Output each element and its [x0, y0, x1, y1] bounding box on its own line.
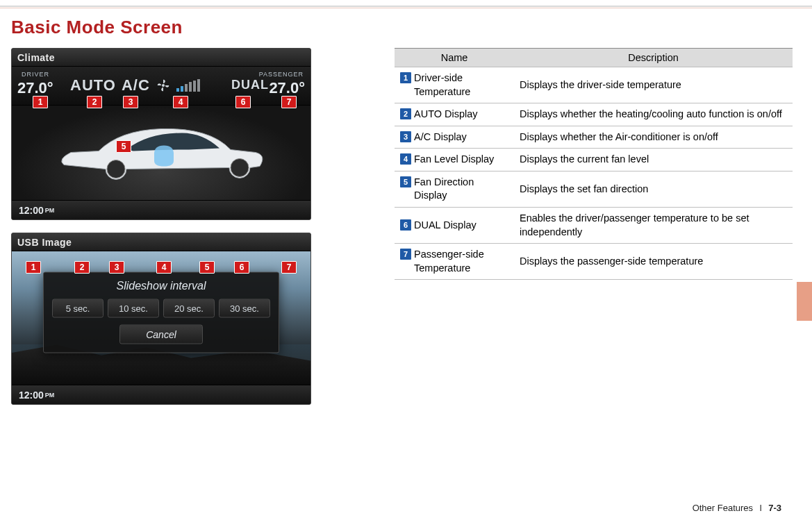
- two-column-layout: Climate DRIVER PASSENGER 27.0° AUTO A/C …: [11, 48, 793, 417]
- row-name-l1: A/C Display: [414, 131, 467, 142]
- row-name-l2: Temperature: [400, 85, 470, 99]
- usb-footer-clock: 12:00PM: [12, 385, 310, 404]
- table-row: 3A/C Display Displays whether the Air-co…: [395, 126, 793, 149]
- row-number: 1: [400, 72, 411, 83]
- usb-callout-6: 6: [234, 261, 249, 274]
- climate-footer-clock: 12:00PM: [12, 200, 310, 219]
- dual-indicator: DUAL: [231, 78, 269, 92]
- table-row: 6DUAL Display Enables the driver/passeng…: [395, 207, 793, 243]
- row-number: 2: [400, 108, 411, 119]
- table-row: 1Driver-sideTemperature Displays the dri…: [395, 67, 793, 103]
- row-name-l1: Passenger-side: [414, 249, 484, 260]
- callout-3: 3: [123, 96, 138, 108]
- row-desc: Displays the current fan level: [514, 149, 793, 172]
- footer-page: 7-3: [768, 503, 781, 513]
- row-name-l2: Temperature: [400, 262, 470, 276]
- usb-header: USB Image: [12, 233, 310, 251]
- clock-suffix: PM: [45, 392, 55, 399]
- passenger-label: PASSENGER: [259, 71, 304, 78]
- callout-5: 5: [116, 140, 131, 153]
- driver-temperature: 27.0°: [17, 79, 53, 97]
- row-number: 6: [400, 219, 411, 231]
- page-title: Basic Mode Screen: [11, 17, 793, 38]
- usb-callout-2: 2: [74, 261, 90, 274]
- footer-section: Other Features: [693, 503, 753, 513]
- row-desc: Displays the driver-side temperature: [514, 67, 793, 103]
- row-name-l1: Fan Level Display: [414, 153, 494, 165]
- climate-status-bar: DRIVER PASSENGER 27.0° AUTO A/C DUAL 27.…: [12, 67, 310, 106]
- svg-point-0: [162, 84, 165, 87]
- callout-7: 7: [281, 96, 297, 108]
- table-row: 5Fan DirectionDisplay Displays the set f…: [395, 171, 793, 207]
- row-number: 7: [400, 249, 411, 260]
- fan-icon: [156, 78, 171, 93]
- page-footer: Other Features l 7-3: [693, 503, 781, 513]
- interval-option-10s[interactable]: 10 sec.: [108, 299, 159, 318]
- interval-option-30s[interactable]: 30 sec.: [219, 299, 270, 318]
- callout-4: 4: [173, 96, 188, 108]
- svg-point-1: [107, 160, 125, 178]
- row-desc: Displays whether the Air-conditioner is …: [514, 126, 793, 149]
- usb-screenshot: USB Image Slideshow interval 5 sec. 10 s…: [11, 233, 311, 405]
- usb-callout-5: 5: [199, 261, 215, 274]
- top-rule: [0, 6, 812, 8]
- table-row: 7Passenger-sideTemperature Displays the …: [395, 244, 793, 280]
- car-illustration-area: [12, 106, 310, 200]
- ac-indicator: A/C: [122, 76, 150, 94]
- usb-callout-4: 4: [156, 261, 172, 274]
- table-body: 1Driver-sideTemperature Displays the dri…: [395, 67, 793, 280]
- passenger-temperature: 27.0°: [269, 79, 305, 97]
- row-desc: Displays the passenger-side temperature: [514, 244, 793, 280]
- row-name-l1: DUAL Display: [414, 219, 477, 231]
- callout-6: 6: [235, 96, 251, 108]
- climate-screenshot: Climate DRIVER PASSENGER 27.0° AUTO A/C …: [11, 48, 311, 220]
- interval-options: 5 sec. 10 sec. 20 sec. 30 sec.: [52, 299, 270, 318]
- table-row: 2AUTO Display Displays whether the heati…: [395, 103, 793, 126]
- row-name-l1: AUTO Display: [414, 108, 478, 119]
- row-name-l1: Driver-side: [414, 72, 463, 83]
- side-tab-block: [797, 282, 812, 321]
- clock-time: 12:00: [19, 205, 44, 216]
- right-column: Name Description 1Driver-sideTemperature…: [395, 48, 793, 280]
- reference-table: Name Description 1Driver-sideTemperature…: [395, 48, 793, 280]
- interval-option-20s[interactable]: 20 sec.: [163, 299, 215, 318]
- row-number: 3: [400, 131, 411, 142]
- climate-header: Climate: [12, 49, 310, 67]
- callout-1: 1: [33, 96, 48, 108]
- car-illustration: [50, 111, 272, 187]
- row-desc: Enables the driver/passenger temperature…: [514, 207, 793, 243]
- clock-time: 12:00: [19, 390, 44, 401]
- usb-callout-7: 7: [281, 261, 297, 274]
- svg-point-2: [231, 159, 249, 177]
- table-row: 4Fan Level Display Displays the current …: [395, 149, 793, 172]
- row-name-l2: Display: [400, 189, 447, 203]
- fan-level-bars: [176, 79, 200, 92]
- row-desc: Displays the set fan direction: [514, 171, 793, 207]
- auto-indicator: AUTO: [70, 76, 116, 94]
- row-number: 5: [400, 176, 411, 187]
- clock-suffix: PM: [45, 207, 55, 214]
- table-header-name: Name: [395, 49, 514, 67]
- driver-label: DRIVER: [22, 71, 49, 78]
- left-column: Climate DRIVER PASSENGER 27.0° AUTO A/C …: [11, 48, 311, 417]
- row-name-l1: Fan Direction: [414, 176, 474, 187]
- footer-separator: l: [760, 503, 762, 513]
- page-content: Basic Mode Screen Climate DRIVER PASSENG…: [11, 17, 793, 513]
- row-number: 4: [400, 153, 411, 165]
- dialog-title: Slideshow interval: [52, 280, 270, 292]
- interval-option-5s[interactable]: 5 sec.: [52, 299, 103, 318]
- usb-callout-1: 1: [26, 261, 41, 274]
- usb-callout-3: 3: [109, 261, 124, 274]
- cancel-button[interactable]: Cancel: [119, 325, 203, 344]
- slideshow-dialog: Slideshow interval 5 sec. 10 sec. 20 sec…: [43, 272, 279, 353]
- row-desc: Displays whether the heating/cooling aut…: [514, 103, 793, 126]
- climate-mid-status: AUTO A/C: [70, 76, 234, 94]
- table-header-desc: Description: [514, 49, 793, 67]
- callout-2: 2: [87, 96, 102, 108]
